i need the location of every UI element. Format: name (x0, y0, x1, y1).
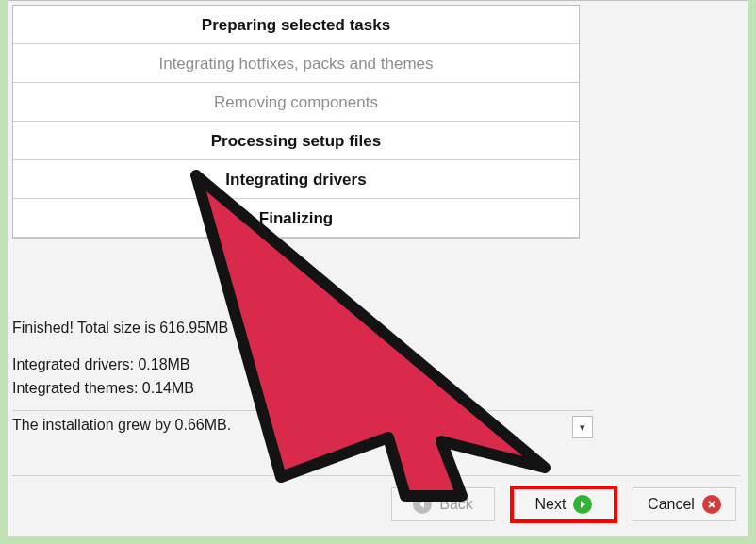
task-row: Integrating hotfixes, packs and themes (13, 44, 579, 83)
cancel-button-label: Cancel (648, 496, 695, 513)
task-row: Finalizing (13, 199, 579, 238)
task-row: Removing components (13, 83, 579, 122)
status-area: Finished! Total size is 616.95MB Integra… (8, 317, 578, 437)
arrow-left-icon (413, 495, 432, 514)
log-dropdown-button[interactable]: ▾ (572, 416, 593, 438)
chevron-down-icon: ▾ (580, 421, 585, 433)
status-drivers: Integrated drivers: 0.18MB (12, 354, 578, 375)
task-list: Preparing selected tasks Integrating hot… (12, 5, 580, 239)
status-finished: Finished! Total size is 616.95MB (12, 317, 578, 338)
wizard-window: Preparing selected tasks Integrating hot… (8, 0, 748, 536)
close-icon (702, 495, 721, 514)
task-row: Integrating drivers (13, 160, 579, 199)
status-grew: The installation grew by 0.66MB. (12, 414, 578, 436)
wizard-button-bar: Back Next Cancel (12, 475, 740, 526)
cancel-button[interactable]: Cancel (633, 487, 736, 521)
task-row: Processing setup files (13, 122, 579, 160)
back-button-label: Back (439, 496, 473, 513)
arrow-right-icon (573, 495, 592, 514)
back-button[interactable]: Back (391, 487, 495, 521)
next-button[interactable]: Next (512, 487, 616, 521)
task-row: Preparing selected tasks (13, 6, 579, 44)
next-button-label: Next (535, 496, 567, 513)
status-themes: Integrated themes: 0.14MB (12, 377, 578, 399)
divider (12, 410, 593, 411)
